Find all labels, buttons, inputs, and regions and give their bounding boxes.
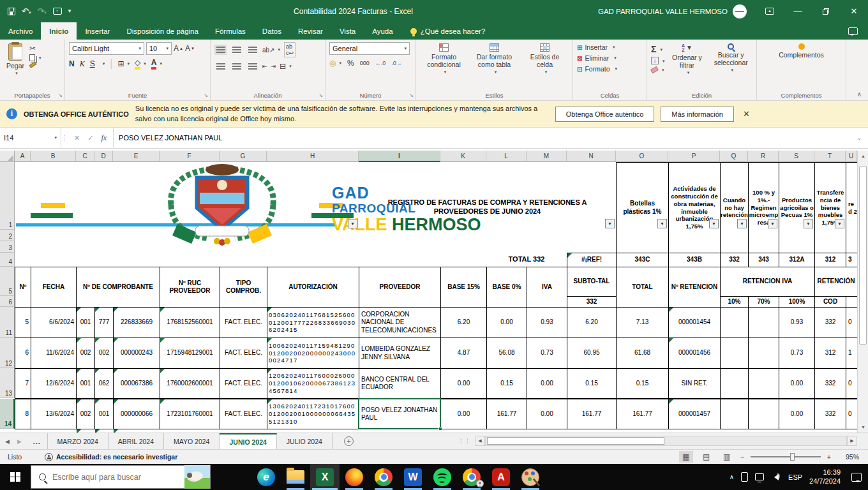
cell[interactable]: 000000066 <box>113 399 160 429</box>
align-top-icon[interactable] <box>214 45 227 55</box>
cell[interactable]: 000001454 <box>668 307 721 338</box>
tab-formulas[interactable]: Fórmulas <box>207 22 254 40</box>
row-header-13[interactable]: 13 <box>0 368 15 398</box>
cell[interactable] <box>720 399 749 429</box>
tab-revisar[interactable]: Revisar <box>290 22 331 40</box>
zoom-out-icon[interactable]: − <box>740 453 744 461</box>
cell[interactable]: 0 <box>846 368 857 399</box>
cell[interactable]: BASE 15% <box>440 267 487 308</box>
cell[interactable]: 6 <box>15 338 31 369</box>
taskbar-paint[interactable] <box>516 464 545 490</box>
cell[interactable]: 332 <box>814 399 846 429</box>
grow-font-icon[interactable]: A▲ <box>174 44 183 53</box>
col-header-G[interactable]: G <box>220 151 267 162</box>
cell[interactable]: 60.95 <box>567 338 617 369</box>
cell[interactable]: 70% <box>748 296 779 308</box>
row-header-3[interactable]: 3 <box>0 241 15 253</box>
cell[interactable]: TOTAL <box>616 267 669 308</box>
cell[interactable]: 11/6/2024 <box>31 338 77 369</box>
row-header-1[interactable]: 1 <box>0 162 15 230</box>
cell[interactable] <box>748 368 779 399</box>
account-name[interactable]: GAD PARROQUIAL VALLE HERMOSO <box>598 8 728 15</box>
dialog-launcher-icon[interactable]: ↘ <box>409 93 414 98</box>
cell-title[interactable]: REGISTRO DE FACTURAS DE COMPRA Y RETENCI… <box>359 162 616 253</box>
decrease-indent-icon[interactable]: ⇤ <box>262 63 267 70</box>
tab-splitter-handle[interactable]: ⋮⋮ <box>458 438 471 444</box>
underline-button[interactable]: S <box>90 59 95 68</box>
wrap-text-icon[interactable]: abc↩ <box>284 42 296 57</box>
cell[interactable]: 332 <box>814 368 846 399</box>
underline-dropdown-icon[interactable]: ▾ <box>103 61 105 66</box>
horizontal-scrollbar[interactable]: ⋮⋮ ◀ ▶ <box>458 435 857 447</box>
ribbon-display-options-icon[interactable]: ▴ <box>756 0 784 22</box>
cell[interactable]: BANCO CENTRAL DEL ECUADOR <box>359 368 441 399</box>
cell[interactable]: 312 <box>814 253 846 267</box>
tell-me-box[interactable]: ¿Qué desea hacer? <box>401 22 495 40</box>
row-header-4[interactable]: 4 <box>0 253 15 267</box>
cell[interactable]: 13/6/2024 <box>31 399 77 429</box>
scroll-up-icon[interactable]: ▲ <box>858 151 868 161</box>
cell[interactable]: 0.15 <box>616 368 669 399</box>
comments-button[interactable] <box>848 22 858 40</box>
italic-button[interactable]: K <box>80 59 85 69</box>
customize-qat-icon[interactable]: ▾ <box>68 8 71 14</box>
col-header-T[interactable]: T <box>814 151 846 162</box>
align-middle-icon[interactable] <box>230 45 243 55</box>
cell[interactable]: re d 2 <box>846 162 857 253</box>
clear-icon[interactable]: ▾ <box>651 68 665 72</box>
cell[interactable]: 6.20 <box>440 307 487 338</box>
taskbar-spotify[interactable] <box>428 464 457 490</box>
cell[interactable]: 1306202401172310176000120020010000000664… <box>267 399 359 429</box>
taskbar-search[interactable] <box>31 465 211 489</box>
row-header-2[interactable]: 2 <box>0 230 15 241</box>
cell[interactable]: SIN RET. <box>668 368 721 399</box>
cell[interactable]: 1006202401171594812900120020020000002430… <box>267 338 359 369</box>
cell[interactable]: 312A <box>779 253 815 267</box>
cell[interactable]: 6.20 <box>567 307 617 338</box>
col-header-M[interactable]: M <box>527 151 567 162</box>
col-header-A[interactable]: A <box>15 151 31 162</box>
cell[interactable]: 56.08 <box>486 338 527 369</box>
merge-center-icon[interactable]: ⊟▾ <box>280 62 292 71</box>
sheet-nav-right-icon[interactable]: ▶ <box>17 438 22 445</box>
taskbar-acrobat[interactable]: A <box>486 464 516 490</box>
cell[interactable]: 161.77 <box>616 399 669 429</box>
cell[interactable]: 0.00 <box>440 368 487 399</box>
cell[interactable]: 0 <box>846 399 857 429</box>
cell[interactable]: Botellas plásticas 1% <box>616 162 669 253</box>
cell[interactable]: 0.93 <box>779 307 815 338</box>
vertical-scrollbar[interactable]: ▲ ▼ <box>857 151 868 433</box>
cell[interactable]: 000001457 <box>668 399 721 429</box>
cell[interactable]: 0 <box>846 307 857 338</box>
cell[interactable]: 1760002600001 <box>160 368 220 399</box>
sheet-tab-mayo[interactable]: MAYO 2024 <box>164 433 220 449</box>
cell[interactable]: 8 <box>15 399 31 429</box>
autosum-icon[interactable]: Σ▾ <box>651 45 665 54</box>
cell[interactable]: FACT. ELEC. <box>220 338 267 369</box>
taskbar-excel[interactable]: X <box>310 464 340 490</box>
normal-view-icon[interactable]: ▦ <box>679 451 693 463</box>
col-header-I[interactable]: I <box>359 151 440 162</box>
minimize-icon[interactable]: — <box>784 0 812 22</box>
notification-center-icon[interactable] <box>851 473 862 482</box>
cell[interactable]: 226833669 <box>113 307 160 338</box>
cell[interactable]: FECHA <box>31 267 77 308</box>
more-info-button[interactable]: Más información <box>661 107 734 122</box>
row-header-11[interactable]: 11 <box>0 307 15 338</box>
page-layout-view-icon[interactable]: ▤ <box>700 451 714 463</box>
taskbar-edge[interactable]: e <box>251 464 281 490</box>
cell[interactable]: 100 % y 1%.- Regimen microempresa <box>748 162 779 253</box>
cell[interactable]: Nº RUC PROVEEDOR <box>160 267 220 308</box>
cell[interactable]: FACT. ELEC. <box>220 399 267 429</box>
cell[interactable]: 0.00 <box>527 399 567 429</box>
cell[interactable]: RETENCIÓN <box>814 267 857 297</box>
speaker-icon[interactable] <box>771 474 781 480</box>
sort-filter-button[interactable]: AZ▼ Ordenar y filtrar▾ <box>668 42 707 89</box>
row-header-6[interactable]: 6 <box>0 296 15 307</box>
horizontal-scroll-thumb[interactable] <box>487 437 664 445</box>
worksheet-grid[interactable]: GAD PARROQUIAL VALLE HERMOSO ABCDEFGHIKL… <box>0 151 857 433</box>
format-painter-icon[interactable] <box>29 63 41 66</box>
scroll-left-icon[interactable]: ◀ <box>475 436 485 446</box>
cell[interactable]: 312 <box>814 338 846 369</box>
cell[interactable]: 343 <box>748 253 779 267</box>
